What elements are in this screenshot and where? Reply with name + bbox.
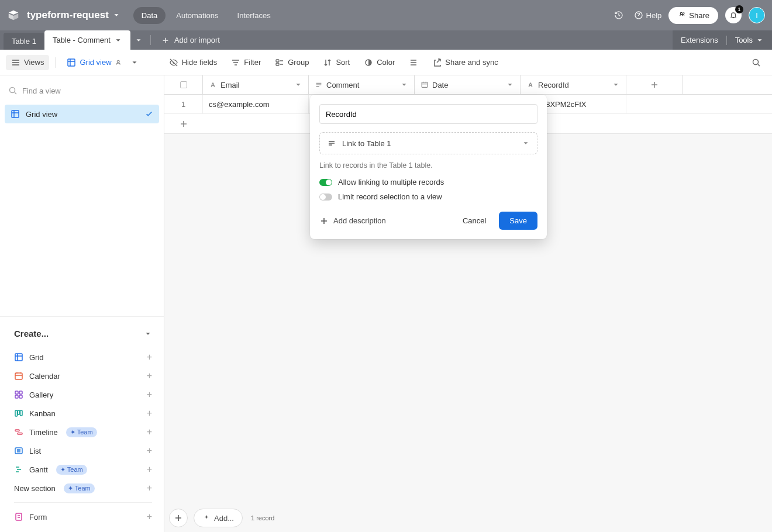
add-column-button[interactable] [626,75,683,94]
group-icon [275,58,284,67]
current-view-button[interactable]: Grid view [61,55,143,70]
form-icon [14,512,23,521]
svg-rect-10 [15,373,22,379]
nav-tab-interfaces[interactable]: Interfaces [229,7,279,24]
column-header-recordid[interactable]: RecordId [521,75,626,94]
column-label: Comment [326,81,359,89]
nav-tab-data[interactable]: Data [133,7,166,24]
limit-view-toggle[interactable] [319,194,332,201]
svg-rect-13 [15,395,18,398]
create-timeline[interactable]: Timeline ✦ Team + [14,423,152,441]
add-description-label: Add description [333,216,386,225]
cell-email[interactable]: cs@example.com [203,95,309,113]
chevron-down-icon [756,36,764,44]
chevron-down-icon[interactable] [612,81,620,89]
share-sync-button[interactable]: Share and sync [427,55,503,70]
create-form[interactable]: Form + [14,507,152,526]
nav-tab-automations[interactable]: Automations [168,7,226,24]
chevron-down-icon[interactable] [400,81,408,89]
column-header-email[interactable]: Email [203,75,309,94]
plus-icon [650,80,659,89]
add-or-import-button[interactable]: Add or import [154,30,227,50]
share-button[interactable]: Share [668,7,718,24]
search-button[interactable] [746,55,766,70]
chevron-down-icon [135,36,143,44]
create-kanban[interactable]: Kanban + [14,404,152,423]
find-view-placeholder: Find a view [22,87,61,95]
filter-button[interactable]: Filter [226,55,266,70]
svg-rect-8 [12,110,19,118]
eye-off-icon [169,58,178,67]
plus-icon: + [147,427,152,437]
footer-add-label: Add... [214,514,234,523]
timeline-icon [14,427,23,437]
save-button[interactable]: Save [499,212,537,230]
limit-view-label: Limit record selection to a view [338,192,442,201]
footer-add-row-button[interactable] [169,509,188,527]
field-type-dropdown[interactable]: Link to Table 1 [319,132,537,154]
svg-point-2 [117,60,119,63]
help-button[interactable]: Help [634,11,662,20]
create-gantt[interactable]: Gantt ✦ Team + [14,460,152,479]
history-icon[interactable] [611,7,627,23]
views-button[interactable]: Views [6,55,49,70]
allow-multi-toggle[interactable] [319,179,332,186]
create-grid[interactable]: Grid + [14,348,152,367]
tables-dropdown[interactable] [130,30,147,50]
create-new-section[interactable]: New section ✦ Team + [14,479,152,498]
sort-button[interactable]: Sort [318,55,355,70]
sidebar-view-grid[interactable]: Grid view [5,105,159,123]
chevron-down-icon[interactable] [114,36,122,44]
create-calendar[interactable]: Calendar + [14,367,152,385]
color-button[interactable]: Color [359,55,400,70]
avatar[interactable]: I [749,7,765,23]
link-icon [327,139,336,148]
row-height-button[interactable] [404,55,423,70]
select-all-checkbox[interactable] [164,75,203,94]
airtable-logo-icon[interactable] [7,9,20,22]
add-description-button[interactable]: Add description [319,216,386,226]
field-type-label: Link to Table 1 [342,139,391,148]
column-header-comment[interactable]: Comment [309,75,415,94]
base-name[interactable]: typeform-request [27,9,120,21]
create-item-label: Gantt [29,465,48,474]
notification-badge: 1 [735,5,743,13]
help-icon [634,11,643,20]
table-tab-comment[interactable]: Table - Comment [44,30,130,50]
create-item-label: Gallery [29,391,53,399]
create-list[interactable]: List + [14,441,152,460]
add-row-button[interactable] [164,119,203,129]
cancel-button[interactable]: Cancel [454,212,494,230]
chevron-down-icon[interactable] [506,81,514,89]
chevron-down-icon[interactable] [130,58,139,67]
notifications-button[interactable]: 1 [725,7,742,23]
column-header-date[interactable]: Date [415,75,521,94]
table-tab-1[interactable]: Table 1 [4,33,44,50]
team-badge: ✦ Team [66,427,97,437]
extensions-button[interactable]: Extensions [681,36,718,44]
svg-rect-3 [276,60,279,62]
create-item-label: Calendar [29,372,60,381]
svg-rect-12 [19,391,22,394]
tools-button[interactable]: Tools [735,36,764,44]
svg-point-6 [753,59,759,64]
create-gallery[interactable]: Gallery + [14,385,152,404]
field-name-input[interactable] [319,104,537,124]
find-view-input[interactable]: Find a view [0,81,164,100]
text-field-icon [526,81,535,89]
create-item-label: New section [14,484,56,493]
people-icon [677,11,685,19]
chevron-down-icon[interactable] [294,81,302,89]
gallery-icon [14,390,23,399]
footer-add-menu-button[interactable]: Add... [194,509,243,527]
group-button[interactable]: Group [270,55,314,70]
allow-multi-label: Allow linking to multiple records [338,178,444,186]
table-tab-label: Table - Comment [53,36,111,44]
hide-fields-button[interactable]: Hide fields [164,55,223,70]
plus-icon: + [147,445,152,456]
svg-rect-1 [68,59,75,66]
team-badge: ✦ Team [64,483,95,493]
sparkle-icon [202,514,211,522]
svg-rect-11 [15,391,18,394]
create-section-toggle[interactable]: Create... [14,323,152,344]
